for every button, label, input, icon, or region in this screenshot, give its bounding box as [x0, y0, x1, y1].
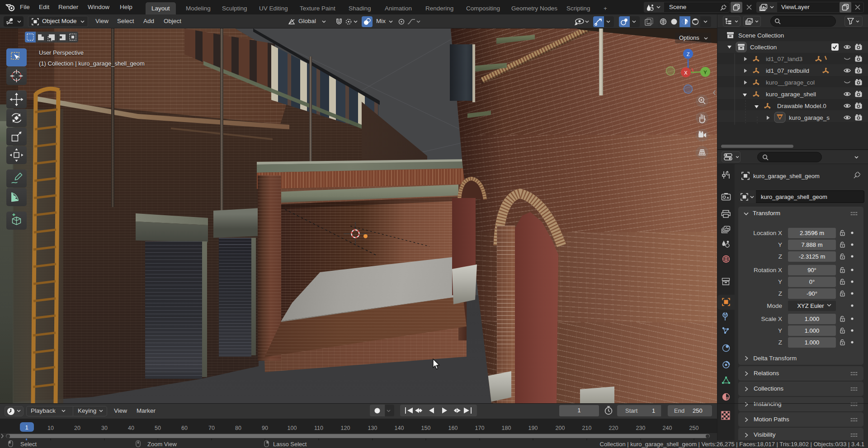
svg-text:Scene Collection: Scene Collection [738, 32, 784, 39]
svg-text:120: 120 [341, 425, 350, 431]
svg-text:220: 220 [609, 425, 618, 431]
svg-text:150: 150 [421, 425, 431, 431]
svg-text:130: 130 [368, 425, 377, 431]
svg-text:0°: 0° [809, 278, 815, 285]
svg-text:Scale X: Scale X [761, 316, 782, 322]
svg-text:Y: Y [778, 241, 782, 248]
svg-text:kuro__garage_col: kuro__garage_col [766, 79, 815, 86]
svg-text:Location X: Location X [753, 230, 782, 236]
svg-text:kuro_garage_s: kuro_garage_s [789, 114, 830, 121]
svg-text:Y: Y [778, 278, 782, 285]
svg-text:140: 140 [395, 425, 404, 431]
svg-text:50: 50 [155, 425, 161, 431]
svg-text:Y: Y [778, 327, 782, 334]
svg-text:70: 70 [208, 425, 215, 431]
svg-text:Z: Z [778, 339, 782, 346]
svg-text:100: 100 [288, 425, 297, 431]
svg-text:XYZ Euler: XYZ Euler [797, 302, 824, 309]
svg-text:Z: Z [778, 290, 782, 297]
svg-text:kuro_garage_shell: kuro_garage_shell [766, 91, 816, 98]
svg-text:Collection: Collection [750, 44, 777, 51]
svg-text:210: 210 [582, 425, 592, 431]
svg-text:Z: Z [687, 52, 690, 57]
svg-text:160: 160 [448, 425, 458, 431]
svg-text:1: 1 [25, 424, 28, 431]
svg-text:240: 240 [663, 425, 672, 431]
svg-text:id1_07_land3: id1_07_land3 [766, 56, 802, 62]
svg-text:Mode: Mode [767, 302, 782, 309]
svg-text:2.3596 m: 2.3596 m [800, 230, 824, 236]
svg-text:id1_07_redbuild: id1_07_redbuild [766, 67, 809, 74]
svg-text:250: 250 [689, 425, 699, 431]
svg-text:1.000: 1.000 [805, 316, 820, 322]
svg-text:1.000: 1.000 [805, 327, 820, 334]
svg-text:110: 110 [314, 425, 323, 431]
svg-text:190: 190 [528, 425, 538, 431]
svg-text:170: 170 [475, 425, 485, 431]
svg-text:20: 20 [74, 425, 80, 431]
svg-text:10: 10 [47, 425, 54, 431]
svg-text:30: 30 [101, 425, 108, 431]
svg-text:Rotation X: Rotation X [754, 267, 782, 274]
svg-text:90°: 90° [807, 267, 816, 274]
svg-text:X: X [684, 70, 688, 75]
svg-text:-90°: -90° [807, 290, 817, 297]
svg-text:200: 200 [556, 425, 565, 431]
svg-text:60: 60 [181, 425, 188, 431]
svg-text:230: 230 [636, 425, 646, 431]
svg-text:1.000: 1.000 [805, 339, 820, 346]
svg-text:Drawable Model.0: Drawable Model.0 [777, 103, 826, 109]
svg-text:Y: Y [703, 70, 707, 75]
svg-text:Z: Z [778, 253, 782, 260]
svg-text:180: 180 [502, 425, 511, 431]
svg-text:-2.3125 m: -2.3125 m [799, 253, 826, 260]
svg-text:7.888 m: 7.888 m [802, 241, 823, 248]
svg-text:90: 90 [262, 425, 268, 431]
svg-text:80: 80 [235, 425, 241, 431]
svg-text:40: 40 [128, 425, 134, 431]
